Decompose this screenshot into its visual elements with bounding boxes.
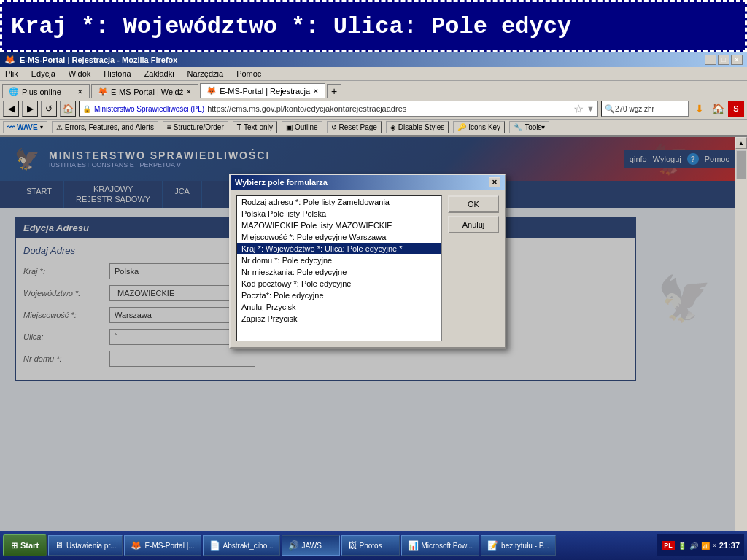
modal-list[interactable]: Rodzaj adresu *: Pole listy Zameldowania…	[236, 195, 442, 341]
menu-pomoc[interactable]: Pomoc	[234, 69, 263, 79]
outline-icon: ▣	[286, 123, 293, 131]
taskbar-ustawienia[interactable]: 🖥 Ustawienia pr...	[48, 535, 123, 556]
modal-close-button[interactable]: ✕	[489, 177, 500, 187]
browser-title: E-MS-Portal | Rejestracja - Mozilla Fire…	[20, 55, 177, 64]
tab-close-plus[interactable]: ✕	[77, 88, 83, 96]
list-item-4[interactable]: Kraj *: Województwo *: Ulica: Pole edycy…	[237, 243, 441, 254]
firefox-logo: 🦊	[4, 55, 15, 65]
modal-ok-button[interactable]: OK	[448, 195, 499, 213]
menu-zakladki[interactable]: Zakładki	[142, 69, 177, 79]
list-item-0[interactable]: Rodzaj adresu *: Pole listy Zameldowania	[237, 196, 441, 208]
start-button[interactable]: ⊞ Start	[3, 534, 47, 556]
taskbar-ems[interactable]: 🦊 E-MS-Portal |...	[124, 535, 201, 556]
errors-button[interactable]: ⚠ Errors, Features, and Alerts	[52, 121, 158, 133]
tab-bar: 🌐 Plus online ✕ 🦊 E-MS-Portal | Wejdź ✕ …	[0, 81, 747, 98]
reset-label: Reset Page	[339, 123, 377, 131]
tray-sound-icon: 🔊	[689, 542, 698, 550]
taskbar-ems-icon: 🦊	[131, 540, 142, 551]
windows-icon: ⊞	[11, 541, 18, 551]
tab-plus-online[interactable]: 🌐 Plus online ✕	[2, 84, 90, 98]
tab-close-rejestracja[interactable]: ✕	[313, 88, 319, 95]
text-only-label: Text-only	[244, 123, 273, 131]
scroll-up-button[interactable]: ▲	[735, 137, 747, 149]
taskbar-abstrakt[interactable]: 📄 Abstrakt_cibo...	[203, 535, 280, 556]
address-bar-area: ◀ ▶ ↺ 🏠 🔒 Ministerstwo Sprawiedliwości (…	[0, 98, 747, 120]
taskbar-extra-icons: «	[713, 542, 716, 549]
taskbar-photos-icon: 🖼	[348, 540, 357, 551]
address-box[interactable]: 🔒 Ministerstwo Sprawiedliwości (PL) http…	[79, 101, 598, 117]
browser-chrome: 🦊 E-MS-Portal | Rejestracja - Mozilla Fi…	[0, 52, 747, 137]
list-item-6[interactable]: Nr mieszkania: Pole edycyjne	[237, 266, 441, 278]
list-item-7[interactable]: Kod pocztowy *: Pole edycyjne	[237, 278, 441, 289]
scroll-thumb[interactable]	[736, 150, 746, 179]
taskbar-bez-tytu[interactable]: 📝 bez tytułu - P...	[481, 535, 555, 556]
modal-overlay: Wybierz pole formularza ✕ Rodzaj adresu …	[0, 137, 735, 542]
list-item-2[interactable]: MAZOWIECKIE Pole listy MAZOWIECKIE	[237, 219, 441, 231]
modal-body: Rodzaj adresu *: Pole listy Zameldowania…	[231, 190, 505, 347]
list-item-8[interactable]: Poczta*: Pole edycyjne	[237, 289, 441, 301]
taskbar-ustawienia-icon: 🖥	[55, 540, 63, 551]
download-icon[interactable]: ⬇	[692, 101, 708, 117]
taskbar-notepad-label: bez tytułu - P...	[501, 542, 549, 550]
scrollbar[interactable]: ▲ ▼	[735, 137, 747, 542]
tab-label-wejdz: E-MS-Portal | Wejdź	[111, 88, 183, 96]
wave-icon: 〰	[7, 123, 15, 131]
tab-label-plus: Plus online	[22, 88, 61, 96]
list-item-1[interactable]: Polska Pole listy Polska	[237, 208, 441, 219]
tools-icon: 🔧	[514, 123, 522, 131]
list-item-3[interactable]: Miejscowość *: Pole edycyjne Warszawa	[237, 231, 441, 243]
close-button[interactable]: ✕	[731, 55, 743, 65]
menu-historia[interactable]: Historia	[101, 69, 133, 79]
maximize-button[interactable]: □	[718, 55, 729, 65]
wave-label: WAVE	[17, 123, 38, 131]
tools-button[interactable]: 🔧 Tools▾	[509, 121, 549, 133]
back-button[interactable]: ◀	[3, 101, 19, 117]
tray-network-icon: 📶	[701, 542, 710, 550]
structure-button[interactable]: ≡ Structure/Order	[163, 121, 228, 133]
modal-buttons: OK Anuluj	[448, 195, 499, 341]
tools-label: Tools▾	[525, 123, 545, 131]
lock-icon: 🔒	[82, 105, 91, 113]
forward-button[interactable]: ▶	[22, 101, 38, 117]
reload-button[interactable]: ↺	[41, 101, 57, 117]
tab-label-rejestracja: E-MS-Portal | Rejestracja	[220, 87, 310, 96]
modal-title-bar: Wybierz pole formularza ✕	[231, 175, 505, 190]
icons-key-button[interactable]: 🔑 Icons Key	[453, 121, 505, 133]
structure-label: Structure/Order	[174, 123, 224, 131]
search-box[interactable]: 🔍 270 wgz zhr	[601, 101, 689, 117]
tab-close-wejdz[interactable]: ✕	[186, 88, 192, 96]
taskbar-right: PL 🔋 🔊 📶 « 21:37	[657, 534, 744, 556]
taskbar-jaws-label: JAWS	[302, 542, 322, 550]
banner-text: Kraj *: Województwo *: Ulica: Pole edycy	[11, 13, 571, 40]
modal-cancel-button[interactable]: Anuluj	[448, 216, 499, 233]
text-only-button[interactable]: T Text-only	[233, 121, 277, 133]
tab-wejdz[interactable]: 🦊 E-MS-Portal | Wejdź ✕	[91, 84, 198, 98]
home-icon[interactable]: 🏠	[710, 101, 726, 117]
bookmark-star-icon[interactable]: ☆	[573, 102, 584, 116]
taskbar-jaws-icon: 🔊	[288, 540, 299, 551]
disable-styles-button[interactable]: ◈ Disable Styles	[386, 121, 449, 133]
taskbar-jaws[interactable]: 🔊 JAWS	[282, 535, 340, 556]
menu-widok[interactable]: Widok	[66, 69, 93, 79]
safebrowsing-icon[interactable]: S	[728, 101, 744, 117]
menu-narzedzia[interactable]: Narzędzia	[185, 69, 226, 79]
taskbar-powerpoint[interactable]: 📊 Microsoft Pow...	[401, 535, 480, 556]
errors-label: Errors, Features, and Alerts	[65, 123, 154, 131]
errors-icon: ⚠	[56, 123, 63, 131]
menu-edycja[interactable]: Edycja	[29, 69, 58, 79]
structure-icon: ≡	[167, 123, 171, 131]
home-button[interactable]: 🏠	[60, 101, 76, 117]
minimize-button[interactable]: _	[705, 55, 716, 65]
modal-title: Wybierz pole formularza	[235, 178, 328, 187]
add-tab-button[interactable]: +	[327, 84, 341, 98]
reset-page-button[interactable]: ↺ Reset Page	[327, 121, 382, 133]
list-item-9[interactable]: Anuluj Przycisk	[237, 301, 441, 313]
list-item-10[interactable]: Zapisz Przycisk	[237, 313, 441, 324]
refresh-icon[interactable]: ▼	[587, 104, 595, 113]
taskbar-photos[interactable]: 🖼 Photos	[341, 535, 400, 556]
menu-plik[interactable]: Plik	[3, 69, 20, 79]
outline-button[interactable]: ▣ Outline	[282, 121, 322, 133]
wave-button[interactable]: 〰 WAVE ▾	[3, 121, 47, 133]
list-item-5[interactable]: Nr domu *: Pole edycyjne	[237, 254, 441, 266]
tab-rejestracja[interactable]: 🦊 E-MS-Portal | Rejestracja ✕	[200, 83, 325, 98]
